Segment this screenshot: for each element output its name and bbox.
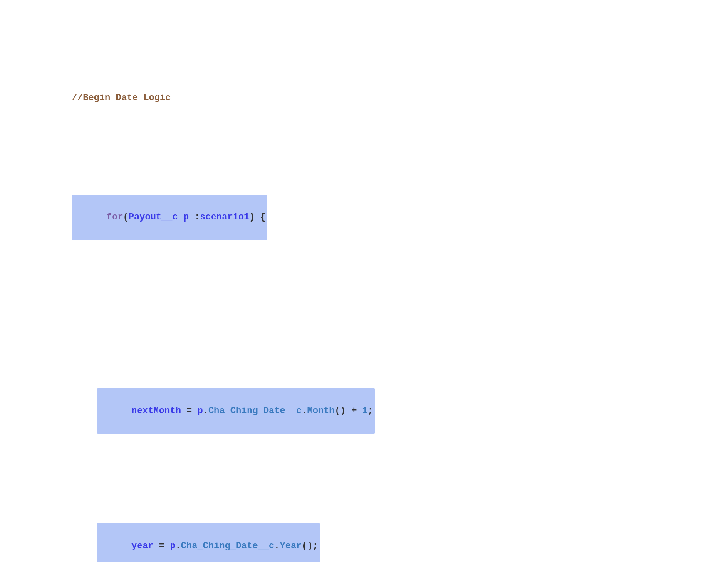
code-container: //Begin Date Logic for(Payout__c p :scen… [25,17,703,562]
for-loop-highlight: for(Payout__c p :scenario1) { [72,195,267,240]
nextmonth-assign-line: nextMonth = p.Cha_Ching_Date__c.Month() … [75,373,703,449]
year-assign-line: year = p.Cha_Ching_Date__c.Year(); [75,508,703,562]
comment-begin-date: //Begin Date Logic [50,75,703,121]
nextmonth-highlight: nextMonth = p.Cha_Ching_Date__c.Month() … [97,388,375,434]
for-loop-line: for(Payout__c p :scenario1) { [50,179,703,256]
year-highlight: year = p.Cha_Ching_Date__c.Year(); [97,523,320,562]
